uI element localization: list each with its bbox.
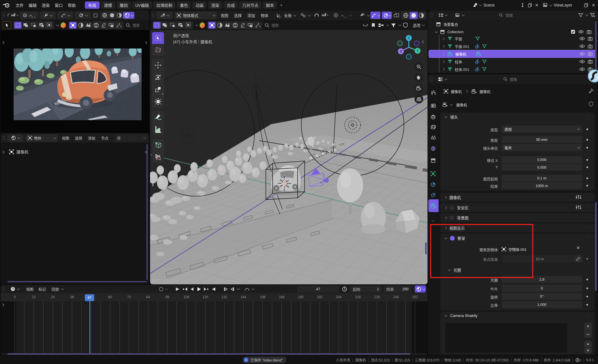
svg-text:Z: Z	[408, 37, 410, 40]
svg-text:Y: Y	[417, 49, 419, 52]
svg-text:X: X	[400, 50, 402, 53]
